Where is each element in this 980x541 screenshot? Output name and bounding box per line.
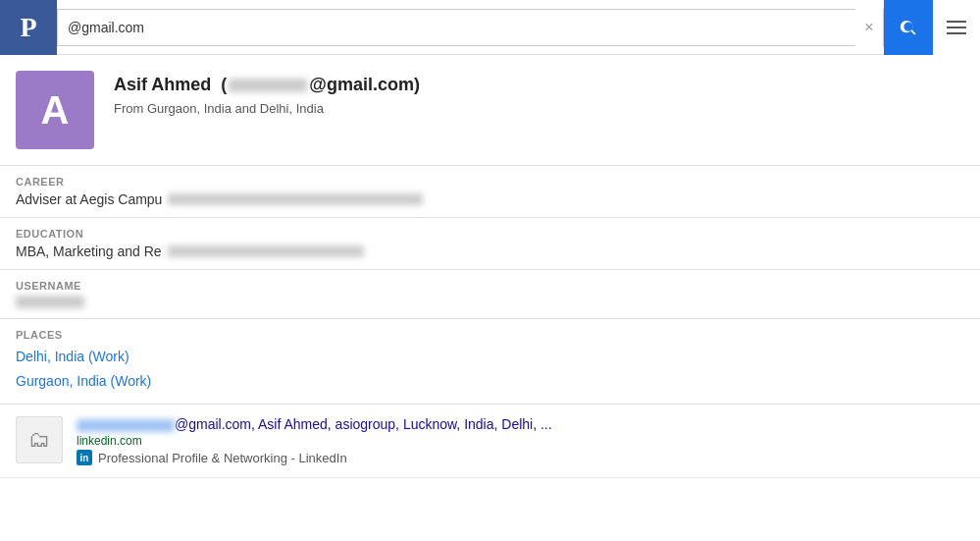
career-blurred — [168, 193, 423, 205]
career-value: Adviser at Aegis Campu — [16, 191, 964, 207]
username-blurred — [16, 296, 84, 308]
place1-link[interactable]: Delhi, India (Work) — [16, 345, 964, 369]
profile-info: Asif Ahmed (@gmail.com) From Gurgaon, In… — [114, 71, 964, 116]
search-wrapper: × — [57, 9, 884, 46]
search-button[interactable] — [884, 0, 933, 55]
education-value: MBA, Marketing and Re — [16, 243, 964, 259]
education-value-text: MBA, Marketing and Re — [16, 243, 162, 259]
places-section: PLACES Delhi, India (Work) Gurgaon, Indi… — [0, 319, 980, 405]
menu-button[interactable] — [933, 0, 980, 55]
menu-icon-line1 — [947, 21, 966, 23]
result-site: linkedin.com — [77, 434, 964, 448]
result-section: 🗂 @gmail.com, Asif Ahmed, asiogroup, Luc… — [0, 405, 980, 478]
avatar: A — [16, 71, 94, 149]
education-blurred — [168, 245, 364, 257]
profile-email-blurred — [229, 79, 307, 92]
result-description: Professional Profile & Networking - Link… — [98, 451, 347, 465]
menu-icon-line2 — [947, 27, 966, 28]
linkedin-logo: in — [77, 450, 92, 465]
clear-button[interactable]: × — [855, 9, 883, 46]
main-content: A Asif Ahmed (@gmail.com) From Gurgaon, … — [0, 55, 980, 478]
profile-name: Asif Ahmed (@gmail.com) — [114, 75, 964, 95]
result-icon-box: 🗂 — [16, 416, 63, 463]
career-section: CAREER Adviser at Aegis Campu — [0, 166, 980, 218]
result-title-rest: , Asif Ahmed, asiogroup, Lucknow, India,… — [251, 416, 552, 432]
result-email-blurred — [77, 419, 175, 432]
profile-section: A Asif Ahmed (@gmail.com) From Gurgaon, … — [0, 55, 980, 166]
linkedin-badge: in — [77, 450, 92, 465]
career-label: CAREER — [16, 176, 964, 188]
search-input[interactable] — [58, 10, 855, 45]
logo: P — [0, 0, 57, 55]
place2-link[interactable]: Gurgaon, India (Work) — [16, 369, 964, 394]
briefcase-icon: 🗂 — [28, 427, 50, 453]
education-label: EDUCATION — [16, 228, 964, 240]
career-value-text: Adviser at Aegis Campu — [16, 191, 162, 207]
result-email-suffix: @gmail.com — [175, 416, 251, 432]
menu-icon-line3 — [947, 32, 966, 34]
profile-email-suffix: @gmail.com) — [309, 75, 420, 94]
education-section: EDUCATION MBA, Marketing and Re — [0, 218, 980, 270]
search-icon — [899, 18, 918, 37]
username-value — [16, 296, 964, 308]
result-content: @gmail.com, Asif Ahmed, asiogroup, Luckn… — [77, 416, 964, 465]
profile-name-text: Asif Ahmed — [114, 75, 211, 94]
avatar-letter: A — [41, 88, 70, 133]
header: P × — [0, 0, 980, 55]
username-section: USERNAME — [0, 270, 980, 319]
result-meta: in Professional Profile & Networking - L… — [77, 450, 964, 465]
profile-location: From Gurgaon, India and Delhi, India — [114, 101, 964, 116]
profile-email-blur-span: (@gmail.com) — [216, 75, 420, 94]
logo-letter: P — [20, 12, 36, 43]
username-label: USERNAME — [16, 280, 964, 292]
result-title[interactable]: @gmail.com, Asif Ahmed, asiogroup, Luckn… — [77, 416, 964, 432]
places-label: PLACES — [16, 329, 964, 341]
